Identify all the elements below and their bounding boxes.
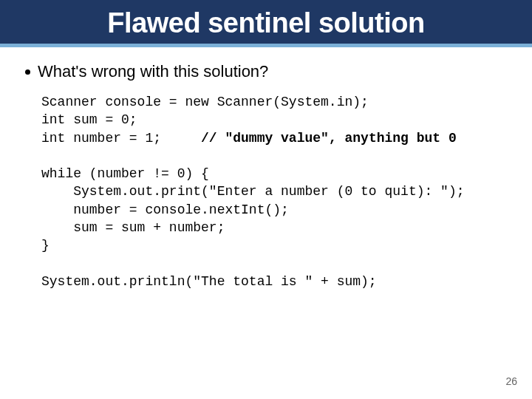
- slide-body: What's wrong with this solution? Scanner…: [0, 47, 532, 290]
- code-line: System.out.print("Enter a number (0 to q…: [41, 184, 465, 199]
- code-line: number = console.nextInt();: [41, 202, 289, 217]
- code-line: Scanner console = new Scanner(System.in)…: [41, 95, 369, 109]
- bullet-icon: [25, 69, 30, 75]
- page-number: 26: [505, 375, 517, 387]
- code-line: }: [41, 238, 50, 253]
- code-line: sum = sum + number;: [41, 220, 225, 235]
- code-line: int sum = 0;: [41, 112, 137, 127]
- code-line: while (number != 0) {: [41, 166, 209, 181]
- code-line: int number = 1;: [41, 131, 201, 146]
- title-bar: Flawed sentinel solution: [0, 0, 532, 44]
- slide: Flawed sentinel solution What's wrong wi…: [0, 0, 532, 399]
- code-block: Scanner console = new Scanner(System.in)…: [41, 93, 510, 290]
- slide-title: Flawed sentinel solution: [0, 7, 532, 39]
- code-line: System.out.println("The total is " + sum…: [41, 274, 377, 289]
- bullet-text: What's wrong with this solution?: [38, 62, 268, 81]
- code-comment: // "dummy value", anything but 0: [201, 131, 457, 146]
- bullet-row: What's wrong with this solution?: [25, 62, 510, 81]
